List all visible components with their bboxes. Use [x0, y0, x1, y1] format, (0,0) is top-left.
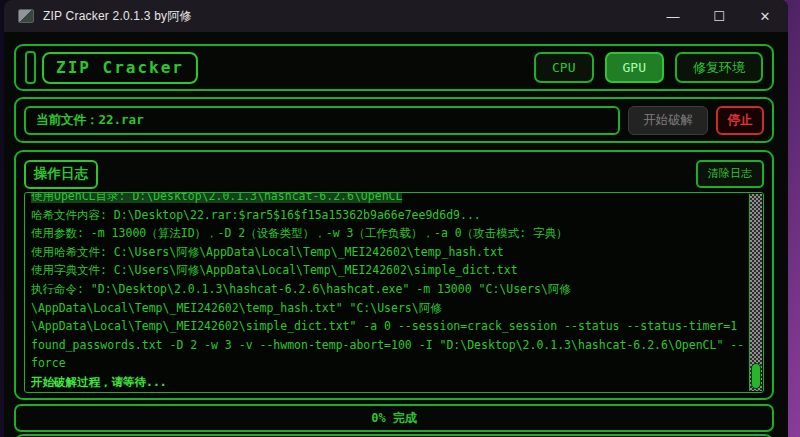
stop-button[interactable]: 停止: [716, 106, 764, 135]
header-panel: ZIP Cracker CPU GPU 修复环境: [14, 44, 774, 91]
log-line: \AppData\Local\Temp\_MEI242602\simple_di…: [31, 317, 743, 336]
clear-log-button[interactable]: 清除日志: [696, 160, 764, 188]
log-line: force: [31, 354, 743, 373]
log-title: 操作日志: [24, 160, 98, 189]
progress-label: 0% 完成: [16, 406, 772, 430]
app-window: ZIP Cracker 2.0.1.3 by阿修 — ☐ ✕ ZIP Crack…: [4, 0, 788, 437]
scrollbar-thumb[interactable]: [751, 363, 761, 389]
log-line: 使用字典文件: C:\Users\阿修\AppData\Local\Temp\_…: [31, 261, 743, 280]
window-title: ZIP Cracker 2.0.1.3 by阿修: [43, 8, 192, 25]
logo-bar-icon: [25, 51, 36, 84]
log-text-area[interactable]: 使用OpenCL目录: D:\Desktop\2.0.1.3\hashcat-6…: [24, 192, 764, 393]
log-scrollbar[interactable]: [749, 194, 762, 391]
log-line: 开始破解过程，请等待...: [31, 373, 743, 392]
gpu-mode-button[interactable]: GPU: [605, 52, 664, 83]
log-line: 使用OpenCL目录: D:\Desktop\2.0.1.3\hashcat-6…: [31, 193, 743, 206]
log-line: 使用哈希文件: C:\Users\阿修\AppData\Local\Temp\_…: [31, 243, 743, 262]
cpu-mode-button[interactable]: CPU: [534, 52, 593, 83]
app-title-badge: ZIP Cracker: [42, 52, 198, 84]
log-header: 操作日志 清除日志: [24, 161, 764, 187]
log-line: 哈希文件内容: D:\Desktop\22.rar:$rar5$16$f15a1…: [31, 206, 743, 225]
log-line: 执行命令: "D:\Desktop\2.0.1.3\hashcat-6.2.6\…: [31, 280, 743, 299]
start-crack-button[interactable]: 开始破解: [628, 106, 708, 135]
close-button[interactable]: ✕: [742, 0, 788, 32]
minimize-button[interactable]: —: [650, 0, 696, 32]
maximize-button[interactable]: ☐: [696, 0, 742, 32]
current-file-field[interactable]: 当前文件：22.rar: [24, 106, 620, 135]
log-lines: 使用OpenCL目录: D:\Desktop\2.0.1.3\hashcat-6…: [31, 193, 743, 392]
repair-environment-button[interactable]: 修复环境: [675, 52, 763, 83]
log-line: \AppData\Local\Temp\_MEI242602\temp_hash…: [31, 299, 743, 318]
app-window-icon: [18, 9, 34, 23]
file-panel: 当前文件：22.rar 开始破解 停止: [14, 97, 774, 143]
log-panel: 操作日志 清除日志 使用OpenCL目录: D:\Desktop\2.0.1.3…: [14, 150, 774, 400]
log-line: 使用参数: -m 13000（算法ID），-D 2（设备类型），-w 3（工作负…: [31, 224, 743, 243]
progress-bar: 0% 完成: [14, 404, 774, 432]
log-line: found_passwords.txt -D 2 -w 3 -v --hwmon…: [31, 336, 743, 355]
window-controls: — ☐ ✕: [650, 0, 788, 32]
titlebar: ZIP Cracker 2.0.1.3 by阿修 — ☐ ✕: [4, 0, 788, 32]
